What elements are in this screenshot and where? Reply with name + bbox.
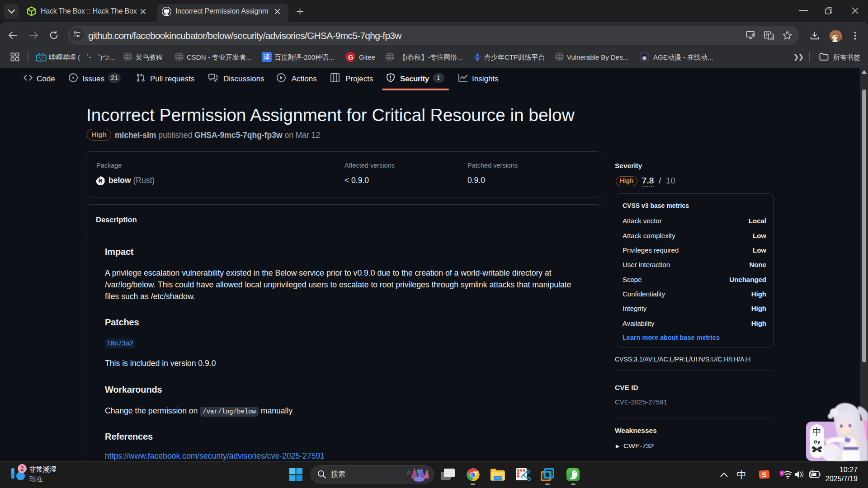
svg-text:中: 中 (812, 427, 821, 436)
svg-text:♫: ♫ (406, 469, 411, 475)
svg-text:文: 文 (770, 35, 774, 39)
svg-text:♪: ♪ (426, 471, 429, 477)
